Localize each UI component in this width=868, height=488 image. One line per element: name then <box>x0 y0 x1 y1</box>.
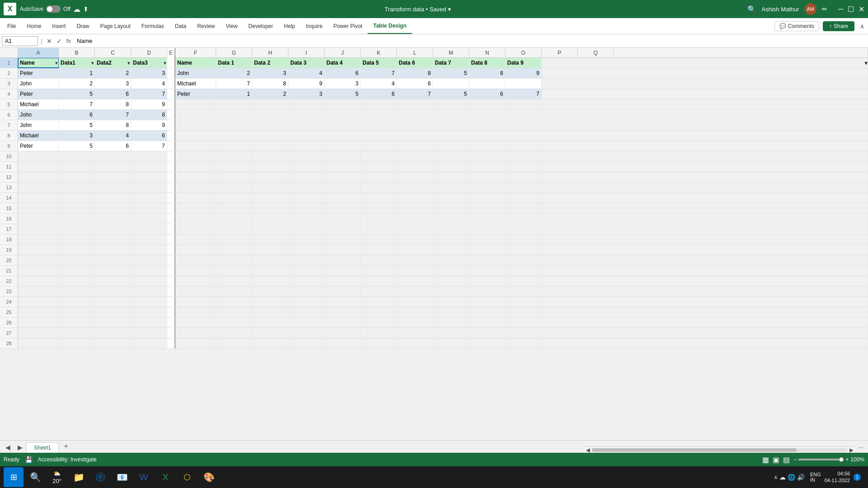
cell-E8[interactable] <box>167 131 175 141</box>
cell-E7[interactable] <box>167 120 175 130</box>
cell-E18[interactable] <box>167 235 175 244</box>
col-header-D[interactable]: D <box>131 48 167 58</box>
row-num-2[interactable]: 2 <box>0 68 18 78</box>
cell-D25[interactable] <box>131 307 167 317</box>
cell-G22[interactable] <box>216 276 252 286</box>
cell-H21[interactable] <box>252 266 288 276</box>
cell-B4[interactable]: 5 <box>59 89 95 99</box>
weather-taskbar[interactable]: ⛅ 20° <box>47 467 67 487</box>
cell-M24[interactable] <box>433 297 469 307</box>
cell-J19[interactable] <box>325 245 361 255</box>
cell-D17[interactable] <box>131 224 167 234</box>
cell-H25[interactable] <box>252 307 288 317</box>
row-num-13[interactable]: 13 <box>0 183 18 192</box>
autosave-toggle[interactable] <box>46 5 61 13</box>
cell-A17[interactable] <box>18 224 59 234</box>
cell-N2[interactable]: 8 <box>469 68 505 78</box>
cell-H24[interactable] <box>252 297 288 307</box>
cell-C7[interactable]: 8 <box>95 120 131 130</box>
cell-J5[interactable] <box>325 99 361 109</box>
cell-E1[interactable] <box>167 58 175 68</box>
cell-A8[interactable]: Michael <box>18 131 59 141</box>
cell-O28[interactable] <box>505 338 542 348</box>
powerbi-button[interactable]: ⬡ <box>177 467 197 487</box>
cell-M12[interactable] <box>433 172 469 182</box>
cell-O16[interactable] <box>505 214 542 224</box>
cell-N26[interactable] <box>469 318 505 328</box>
cell-J2[interactable]: 6 <box>325 68 361 78</box>
cell-B13[interactable] <box>59 183 95 192</box>
edge-button[interactable]: ⓔ <box>90 467 110 487</box>
cell-O24[interactable] <box>505 297 542 307</box>
cell-G13[interactable] <box>216 183 252 192</box>
row-num-12[interactable]: 12 <box>0 172 18 182</box>
cell-D1[interactable]: Data3▾ <box>131 58 167 68</box>
cell-K28[interactable] <box>361 338 397 348</box>
row-num-10[interactable]: 10 <box>0 151 18 161</box>
cell-F21[interactable] <box>175 266 216 276</box>
cell-O11[interactable] <box>505 162 542 172</box>
cell-K13[interactable] <box>361 183 397 192</box>
cell-L13[interactable] <box>397 183 433 192</box>
zoom-in-button[interactable]: + <box>845 456 849 463</box>
cell-K14[interactable] <box>361 193 397 203</box>
cell-B23[interactable] <box>59 286 95 296</box>
row-num-5[interactable]: 5 <box>0 99 18 109</box>
maximize-button[interactable]: ☐ <box>848 5 854 14</box>
cell-A23[interactable] <box>18 286 59 296</box>
cell-G2[interactable]: 2 <box>216 68 252 78</box>
cell-I20[interactable] <box>288 255 325 265</box>
view-page-icon[interactable]: ▣ <box>773 455 779 464</box>
cell-K1[interactable]: Data 5▾ <box>361 58 397 68</box>
cell-B18[interactable] <box>59 235 95 244</box>
cell-B25[interactable] <box>59 307 95 317</box>
cell-G28[interactable] <box>216 338 252 348</box>
cell-O17[interactable] <box>505 224 542 234</box>
cell-B24[interactable] <box>59 297 95 307</box>
cell-L5[interactable] <box>397 99 433 109</box>
cell-F23[interactable] <box>175 286 216 296</box>
col-header-H[interactable]: H <box>252 48 288 58</box>
cell-H20[interactable] <box>252 255 288 265</box>
share-button[interactable]: ↑ Share <box>823 21 854 31</box>
cell-L22[interactable] <box>397 276 433 286</box>
cell-M4[interactable]: 5 <box>433 89 469 99</box>
cell-M21[interactable] <box>433 266 469 276</box>
cell-F15[interactable] <box>175 203 216 213</box>
cell-E27[interactable] <box>167 328 175 338</box>
cell-K2[interactable]: 7 <box>361 68 397 78</box>
cell-M15[interactable] <box>433 203 469 213</box>
cell-A26[interactable] <box>18 318 59 328</box>
cloud-save-icon[interactable]: ☁ <box>73 5 80 14</box>
outlook-button[interactable]: 📧 <box>112 467 132 487</box>
cell-A10[interactable] <box>18 151 59 161</box>
cell-H18[interactable] <box>252 235 288 244</box>
cell-H1[interactable]: Data 2▾ <box>252 58 288 68</box>
cell-N23[interactable] <box>469 286 505 296</box>
col-header-A[interactable]: A <box>18 48 59 58</box>
cell-F14[interactable] <box>175 193 216 203</box>
sheet-nav-left[interactable]: ◀ <box>2 442 14 453</box>
cell-K22[interactable] <box>361 276 397 286</box>
cell-G20[interactable] <box>216 255 252 265</box>
cell-B1[interactable]: Data1▾ <box>59 58 95 68</box>
cell-A6[interactable]: John <box>18 110 59 120</box>
cell-L17[interactable] <box>397 224 433 234</box>
cell-G23[interactable] <box>216 286 252 296</box>
tab-insert[interactable]: Insert <box>47 18 71 34</box>
cell-F25[interactable] <box>175 307 216 317</box>
cell-M11[interactable] <box>433 162 469 172</box>
cell-G19[interactable] <box>216 245 252 255</box>
cell-A14[interactable] <box>18 193 59 203</box>
cell-K12[interactable] <box>361 172 397 182</box>
insert-function-icon[interactable]: fx <box>65 38 72 44</box>
cell-M25[interactable] <box>433 307 469 317</box>
cell-H16[interactable] <box>252 214 288 224</box>
cell-E21[interactable] <box>167 266 175 276</box>
cell-N5[interactable] <box>469 99 505 109</box>
cell-H3[interactable]: 8 <box>252 79 288 89</box>
cell-I22[interactable] <box>288 276 325 286</box>
cell-E9[interactable] <box>167 141 175 151</box>
cell-C11[interactable] <box>95 162 131 172</box>
cell-E4[interactable] <box>167 89 175 99</box>
